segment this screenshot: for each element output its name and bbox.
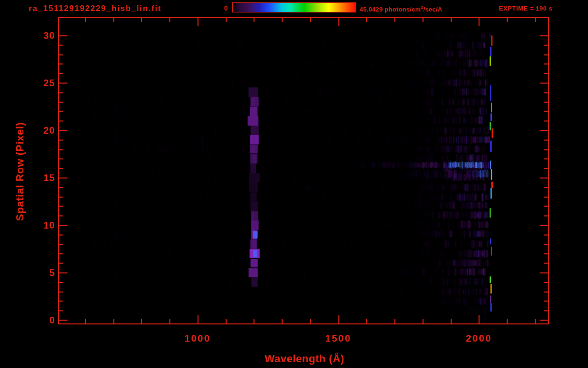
plot-window: ra_151129192229_hisb_lin.fit 0 45.0429 p… [0, 0, 588, 368]
colorbar-units-suffix: /sec/A [423, 6, 442, 13]
y-axis-tick-label: 0 [29, 315, 55, 326]
x-axis-tick-label: 1500 [315, 333, 362, 344]
colorbar-min-label: 0 [224, 4, 228, 12]
colorbar-gradient [233, 3, 356, 12]
y-axis-tick-label: 10 [29, 220, 55, 231]
spectral-image-canvas [0, 0, 588, 368]
file-title: ra_151129192229_hisb_lin.fit [29, 4, 161, 13]
x-axis-tick-label: 1000 [174, 333, 222, 344]
y-axis-tick-label: 30 [29, 30, 55, 41]
colorbar-max-value: 45.0429 [360, 6, 383, 13]
colorbar [232, 2, 356, 12]
y-axis-tick-label: 20 [29, 125, 55, 136]
y-axis-tick-label: 15 [29, 172, 55, 184]
y-axis-title: Spatial Row (Pixel) [14, 76, 26, 267]
y-axis-tick-label: 5 [29, 267, 55, 278]
colorbar-units-prefix: photons/cm [383, 6, 420, 13]
colorbar-max-label: 45.0429 photons/cm2/sec/A [360, 5, 442, 13]
x-axis-title: Wavelength (Å) [209, 353, 400, 365]
exptime-label: EXPTIME = 190 s [499, 5, 553, 12]
y-axis-tick-label: 25 [29, 78, 55, 89]
x-axis-tick-label: 2000 [455, 333, 503, 344]
